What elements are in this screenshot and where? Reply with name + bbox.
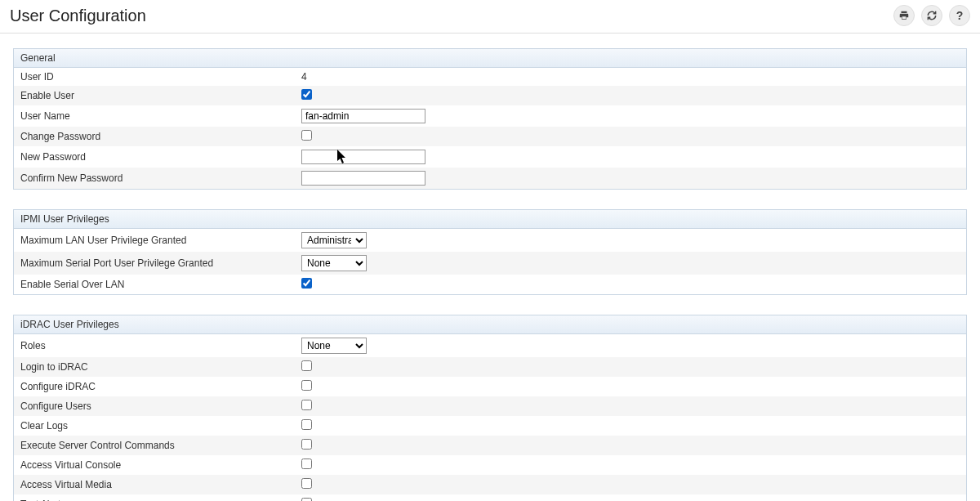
row-max-serial: Maximum Serial Port User Privilege Grant… [14, 252, 966, 275]
change-password-label: Change Password [20, 131, 301, 142]
row-enable-sol: Enable Serial Over LAN [14, 275, 966, 294]
new-password-input[interactable] [301, 150, 425, 164]
enable-sol-checkbox[interactable] [301, 278, 312, 289]
priv-checkbox[interactable] [301, 400, 312, 410]
help-icon: ? [956, 9, 964, 22]
panel-general: General User ID 4 Enable User User Name … [13, 48, 967, 190]
row-change-password: Change Password [14, 127, 966, 146]
panel-ipmi: IPMI User Privileges Maximum LAN User Pr… [13, 209, 967, 295]
row-priv: Configure Users [14, 396, 966, 416]
print-button[interactable] [893, 5, 915, 26]
priv-label: Login to iDRAC [20, 361, 301, 373]
max-lan-label: Maximum LAN User Privilege Granted [20, 235, 301, 246]
row-priv: Access Virtual Media [14, 475, 966, 494]
max-serial-select[interactable]: AdministratorOperatorUserNone [301, 255, 367, 271]
print-icon [898, 10, 910, 21]
row-user-name: User Name [14, 105, 966, 127]
enable-user-label: Enable User [20, 90, 301, 101]
row-priv: Access Virtual Console [14, 455, 966, 475]
priv-checkbox[interactable] [301, 459, 312, 469]
page-title: User Configuration [10, 7, 146, 25]
refresh-icon [926, 10, 938, 21]
user-id-label: User ID [20, 71, 301, 83]
row-priv: Execute Server Control Commands [14, 436, 966, 455]
priv-checkbox[interactable] [301, 439, 312, 450]
roles-select[interactable]: NoneAdministratorOperatorRead Only [301, 338, 367, 354]
row-priv: Login to iDRAC [14, 357, 966, 377]
priv-label: Configure Users [20, 400, 301, 412]
priv-label: Execute Server Control Commands [20, 440, 301, 451]
priv-label: Access Virtual Media [20, 479, 301, 490]
priv-checkbox[interactable] [301, 419, 312, 430]
row-priv: Configure iDRAC [14, 377, 966, 396]
user-name-label: User Name [20, 110, 301, 122]
row-roles: Roles NoneAdministratorOperatorRead Only [14, 334, 966, 357]
row-enable-user: Enable User [14, 86, 966, 105]
priv-label: Clear Logs [20, 420, 301, 432]
panel-idrac-header: iDRAC User Privileges [14, 315, 966, 334]
refresh-button[interactable] [921, 5, 942, 26]
row-priv: Test Alerts [14, 494, 966, 501]
user-name-input[interactable] [301, 109, 425, 123]
priv-checkbox[interactable] [301, 498, 312, 501]
priv-label: Configure iDRAC [20, 381, 301, 392]
priv-checkbox[interactable] [301, 360, 312, 371]
content: General User ID 4 Enable User User Name … [0, 34, 980, 501]
row-confirm-password: Confirm New Password [14, 168, 966, 189]
enable-user-checkbox[interactable] [301, 89, 312, 100]
page-header: User Configuration ? [0, 0, 980, 34]
row-max-lan: Maximum LAN User Privilege Granted Admin… [14, 229, 966, 252]
header-actions: ? [893, 5, 970, 26]
priv-checkbox[interactable] [301, 380, 312, 391]
panel-general-header: General [14, 49, 966, 68]
confirm-password-label: Confirm New Password [20, 172, 301, 184]
row-new-password: New Password [14, 146, 966, 168]
roles-label: Roles [20, 340, 301, 351]
help-button[interactable]: ? [949, 5, 970, 26]
max-serial-label: Maximum Serial Port User Privilege Grant… [20, 257, 301, 269]
row-user-id: User ID 4 [14, 68, 966, 86]
change-password-checkbox[interactable] [301, 130, 312, 141]
new-password-label: New Password [20, 151, 301, 163]
panel-idrac: iDRAC User Privileges Roles NoneAdminist… [13, 315, 967, 501]
panel-ipmi-header: IPMI User Privileges [14, 210, 966, 229]
confirm-password-input[interactable] [301, 171, 425, 186]
max-lan-select[interactable]: AdministratorOperatorUserNone [301, 232, 367, 248]
row-priv: Clear Logs [14, 416, 966, 436]
priv-checkbox[interactable] [301, 478, 312, 489]
priv-label: Access Virtual Console [20, 459, 301, 471]
user-id-value: 4 [301, 71, 960, 83]
enable-sol-label: Enable Serial Over LAN [20, 279, 301, 290]
